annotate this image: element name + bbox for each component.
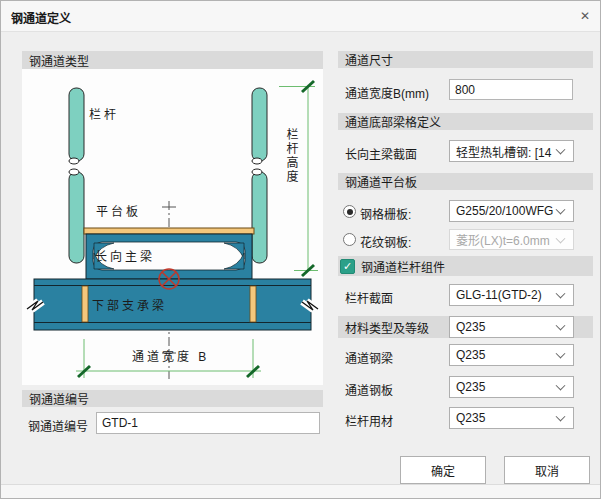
- passage-width-input[interactable]: [449, 79, 573, 100]
- checkered-plate-radio[interactable]: [343, 233, 356, 246]
- dialog-bottom-strip: [1, 484, 600, 499]
- chevron-down-icon: [556, 321, 566, 331]
- dropdown-value: Q235: [456, 320, 485, 334]
- main-beam-section-dropdown[interactable]: 轻型热轧槽钢: [14: [449, 140, 574, 162]
- section-header-passage-size: 通道尺寸: [338, 51, 593, 68]
- dropdown-value: G255/20/100WFG: [456, 204, 553, 218]
- dropdown-value: GLG-11(GTD-2): [456, 288, 542, 302]
- chevron-down-icon: [556, 145, 566, 155]
- stiffener-right: [250, 286, 256, 322]
- checkered-plate-radio-label[interactable]: 花纹钢板:: [360, 233, 411, 250]
- platform-plate-label: 平台板: [96, 202, 141, 219]
- walkway-diagram-canvas: [22, 69, 323, 385]
- section-header-railing-assembly: 钢通道栏杆组件: [338, 256, 593, 276]
- grating-type-dropdown[interactable]: G255/20/100WFG: [449, 200, 574, 222]
- plate-material-dropdown[interactable]: Q235: [449, 376, 574, 398]
- dialog-title: 钢通道定义: [11, 9, 71, 26]
- chevron-down-icon: [556, 205, 566, 215]
- walkway-cross-section-diagram: [22, 69, 323, 385]
- railing-section-dropdown[interactable]: GLG-11(GTD-2): [449, 284, 574, 306]
- railing-material-dropdown[interactable]: Q235: [449, 407, 574, 429]
- dropdown-value: Q235: [456, 380, 485, 394]
- platform-plate-shape: [84, 228, 254, 234]
- ok-button[interactable]: 确定: [400, 456, 486, 484]
- chevron-down-icon: [556, 233, 566, 243]
- main-beam-label: 长向主梁: [95, 247, 155, 264]
- chevron-down-icon: [556, 289, 566, 299]
- support-beam-label: 下部支承梁: [92, 296, 167, 313]
- dropdown-value: Q235: [456, 411, 485, 425]
- beam-material-label: 通道钢梁: [345, 349, 393, 366]
- dropdown-value: Q235: [456, 348, 485, 362]
- railing-post-left-bottom: [69, 172, 84, 263]
- post-break-symbol: [252, 158, 262, 164]
- post-break-symbol: [252, 169, 262, 175]
- railing-height-label: 栏杆高度: [283, 128, 300, 184]
- passage-width-field-label: 通道宽度B(mm): [345, 84, 429, 101]
- cancel-button[interactable]: 取消: [504, 456, 590, 484]
- steel-walkway-definition-dialog: 钢通道定义 ✕ 钢通道类型: [0, 0, 601, 499]
- dropdown-value: 菱形(LX)t=6.0mm: [456, 231, 550, 248]
- material-grade-dropdown[interactable]: Q235: [449, 316, 574, 338]
- plate-material-label: 通道钢板: [345, 381, 393, 398]
- beam-material-dropdown[interactable]: Q235: [449, 344, 574, 366]
- group-header-walkway-number: 钢通道编号: [22, 390, 323, 407]
- grating-radio-label[interactable]: 钢格栅板:: [360, 205, 411, 222]
- grating-radio[interactable]: [343, 205, 356, 218]
- post-break-symbol: [69, 169, 79, 175]
- close-icon[interactable]: ✕: [580, 9, 590, 23]
- railing-material-label: 栏杆用材: [345, 412, 393, 429]
- chevron-down-icon: [556, 412, 566, 422]
- dropdown-value: 轻型热轧槽钢: [14: [456, 143, 551, 160]
- checkered-plate-dropdown: 菱形(LX)t=6.0mm: [449, 229, 574, 250]
- stiffener-left: [82, 286, 88, 322]
- walkway-number-label: 钢通道编号: [28, 417, 88, 434]
- railing-assembly-checkbox[interactable]: ✓: [340, 259, 355, 274]
- passage-width-label: 通道宽度 B: [132, 347, 209, 364]
- title-bar: 钢通道定义 ✕: [1, 1, 600, 32]
- section-header-platform-plate: 钢通道平台板: [338, 173, 593, 190]
- railing-post-right-bottom: [252, 172, 267, 263]
- chevron-down-icon: [556, 349, 566, 359]
- railing-label: 栏杆: [89, 105, 119, 122]
- walkway-number-input[interactable]: [96, 412, 320, 434]
- railing-section-label: 栏杆截面: [345, 289, 393, 306]
- railing-post-right-top: [252, 88, 267, 161]
- chevron-down-icon: [556, 381, 566, 391]
- post-break-symbol: [69, 158, 79, 164]
- radio-dot-icon: [347, 209, 353, 215]
- section-header-bottom-grid: 通道底部梁格定义: [338, 113, 593, 130]
- railing-post-left-top: [69, 88, 84, 161]
- group-header-walkway-type: 钢通道类型: [22, 51, 323, 69]
- main-beam-section-label: 长向主梁截面: [345, 145, 417, 162]
